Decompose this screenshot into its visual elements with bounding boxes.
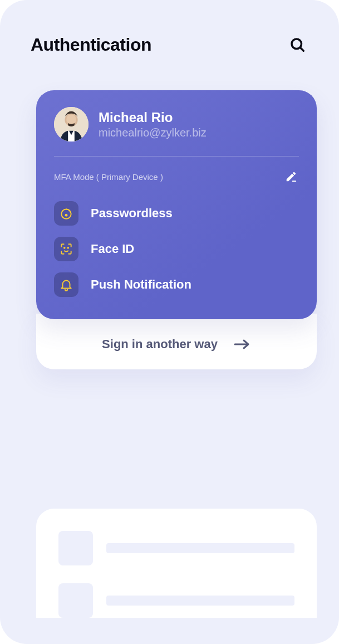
user-email: michealrio@zylker.biz bbox=[99, 126, 299, 139]
placeholder-row bbox=[58, 531, 294, 565]
svg-point-6 bbox=[65, 214, 68, 217]
mfa-mode-faceid[interactable]: Face ID bbox=[54, 231, 299, 267]
signin-other-arrow bbox=[233, 338, 251, 351]
svg-point-8 bbox=[67, 247, 68, 248]
phone-frame: Authentication bbox=[0, 0, 339, 644]
passwordless-icon bbox=[54, 201, 78, 226]
faceid-icon bbox=[54, 237, 78, 261]
search-button[interactable] bbox=[286, 33, 308, 56]
edit-icon bbox=[285, 170, 297, 183]
mfa-mode-label-text: Push Notification bbox=[91, 277, 191, 292]
placeholder-line bbox=[106, 596, 294, 606]
signin-other-label: Sign in another way bbox=[102, 337, 218, 352]
divider bbox=[54, 156, 299, 157]
mfa-mode-passwordless[interactable]: Passwordless bbox=[54, 196, 299, 231]
edit-button[interactable] bbox=[283, 169, 299, 184]
mfa-mode-push[interactable]: Push Notification bbox=[54, 267, 299, 303]
search-icon bbox=[289, 36, 306, 53]
arrow-right-icon bbox=[233, 338, 251, 351]
push-notification-icon bbox=[54, 272, 78, 297]
svg-line-1 bbox=[300, 47, 303, 51]
mfa-mode-label: MFA Mode ( Primary Device ) bbox=[54, 172, 163, 182]
mfa-header-row: MFA Mode ( Primary Device ) bbox=[54, 169, 299, 184]
header: Authentication bbox=[0, 0, 339, 56]
user-info: Micheal Rio michealrio@zylker.biz bbox=[99, 110, 299, 139]
placeholder-line bbox=[106, 543, 294, 553]
mfa-card-stack: Micheal Rio michealrio@zylker.biz MFA Mo… bbox=[36, 90, 317, 369]
user-row: Micheal Rio michealrio@zylker.biz bbox=[54, 107, 299, 142]
placeholder-row bbox=[58, 583, 294, 618]
user-name: Micheal Rio bbox=[99, 110, 299, 125]
signin-other-bar[interactable]: Sign in another way bbox=[36, 314, 317, 369]
placeholder-avatar bbox=[58, 583, 93, 618]
avatar bbox=[54, 107, 89, 142]
mfa-mode-label-text: Passwordless bbox=[91, 206, 173, 221]
mfa-card: Micheal Rio michealrio@zylker.biz MFA Mo… bbox=[36, 90, 317, 319]
mfa-mode-label-text: Face ID bbox=[91, 242, 134, 256]
svg-point-7 bbox=[64, 247, 65, 248]
placeholder-avatar bbox=[58, 531, 93, 565]
placeholder-card bbox=[36, 509, 317, 618]
page-title: Authentication bbox=[31, 35, 151, 55]
svg-rect-4 bbox=[292, 180, 296, 182]
